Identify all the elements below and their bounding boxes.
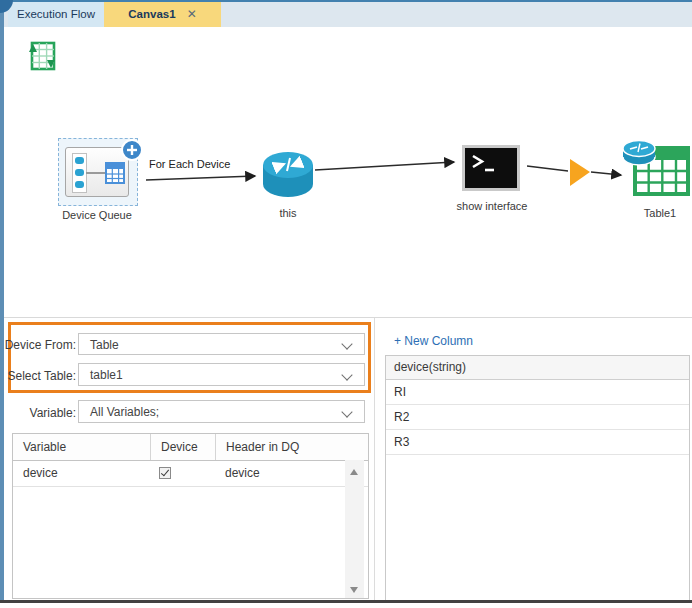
device-from-label: Device From: [0,338,76,352]
terminal-icon[interactable] [462,145,520,191]
tab-canvas1[interactable]: Canvas1 ✕ [104,2,221,27]
router-icon[interactable] [262,151,314,198]
table1-router-icon [622,139,656,166]
device-queue-node[interactable] [58,138,138,206]
column-header-variable: Variable [13,434,150,460]
variable-select[interactable]: All Variables; [78,400,365,423]
device-queue-icon [65,147,129,197]
device-from-value: Table [90,338,119,352]
variable-value: All Variables; [90,405,159,419]
table-row[interactable]: device device [13,461,368,487]
table-row[interactable]: R3 [386,430,689,455]
panel-divider-horizontal [4,317,692,318]
variable-label: Variable: [0,406,76,420]
vertical-scrollbar[interactable] [345,460,364,598]
bottom-border [0,600,692,603]
device-from-select[interactable]: Table [78,333,365,355]
device-checkbox[interactable] [159,467,171,479]
queue-table-icon [105,162,125,184]
select-table-value: table1 [90,368,123,382]
column-header-device: Device [150,434,215,460]
table-row[interactable]: RI [386,380,689,405]
orange-arrow-icon [570,159,590,186]
command-label: show interface [452,200,532,212]
device-queue-label: Device Queue [48,209,146,221]
chevron-down-icon [341,369,352,380]
variables-table-header: Variable Device Header in DQ [13,434,368,461]
tab-bar: Execution Flow Canvas1 ✕ [4,2,692,28]
chevron-down-icon [341,338,352,349]
plus-badge-icon[interactable] [121,139,143,161]
queue-list-icon [72,153,87,193]
new-column-link[interactable]: + New Column [394,334,473,348]
tab-canvas1-label: Canvas1 [128,2,175,27]
select-table-select[interactable]: table1 [78,363,365,386]
tab-execution-flow[interactable]: Execution Flow [8,2,104,27]
close-icon[interactable]: ✕ [187,2,197,27]
router-label: this [258,207,318,219]
scroll-down-icon[interactable] [350,587,358,593]
select-table-label: Select Table: [0,369,76,383]
output-column-header: device(string) [386,356,689,380]
output-table: device(string) RI R2 R3 [385,355,690,600]
scroll-up-icon[interactable] [350,469,358,475]
cell-variable: device [13,461,150,486]
column-header-header-in-dq: Header in DQ [215,434,368,460]
edge-label-for-each-device: For Each Device [149,158,230,170]
panel-divider-vertical [374,318,375,600]
table-row[interactable]: R2 [386,405,689,430]
table1-label: Table1 [629,207,691,219]
app-window: Execution Flow Canvas1 ✕ For Each Device [0,0,692,608]
variables-table: Variable Device Header in DQ device devi… [12,433,369,599]
chevron-down-icon [341,406,352,417]
table-sync-icon[interactable] [26,38,58,74]
